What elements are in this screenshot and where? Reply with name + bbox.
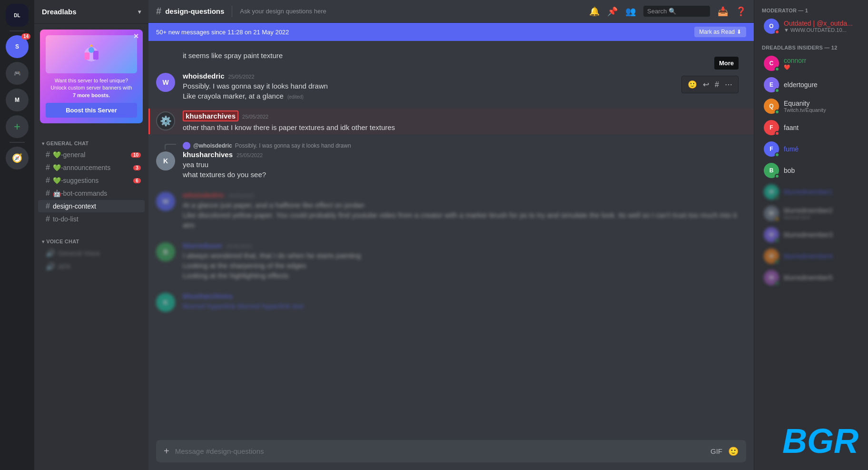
channel-general[interactable]: # 💚-general 10 <box>38 149 145 161</box>
reply-author: @whoisdedric <box>193 142 232 149</box>
member-fume[interactable]: F fumé <box>758 139 864 160</box>
member-outdated[interactable]: O Outdated | @x_outda... ▼ WWW.OUTDATED.… <box>758 16 864 37</box>
member-status <box>775 238 779 243</box>
help-icon[interactable]: ❓ <box>736 6 746 17</box>
member-status <box>775 174 779 179</box>
message-content: blurreduser 25/05/2022 I always wondered… <box>183 241 746 280</box>
more-tooltip: More <box>714 57 739 70</box>
member-blurred-3[interactable]: M blurredmember3 <box>758 224 864 245</box>
avatar-reply-container: K <box>156 142 175 180</box>
channel-name: General Voice <box>58 250 141 257</box>
server-icon-4[interactable]: M <box>6 89 29 111</box>
message-avatar: W <box>156 192 175 211</box>
channel-voice-1[interactable]: 🔊 General Voice <box>38 247 145 260</box>
server-sidebar: DL 14 S 🎮 M + 🧭 <box>0 0 34 470</box>
member-status <box>775 131 779 136</box>
member-name: eldertogure <box>784 81 818 89</box>
channel-bot-commands[interactable]: # 🤖-bot-commands <box>38 187 145 200</box>
channel-design-questions[interactable]: # design-context <box>38 200 145 212</box>
more-icon[interactable]: ⋯ <box>723 78 734 91</box>
member-name: Outdated | @x_outda... <box>784 20 853 27</box>
member-equanity[interactable]: Q Equanity Twitch.tv/Equanity <box>758 96 864 117</box>
message-timestamp: 25/05/2022 <box>226 243 252 249</box>
message-header: whoisdedric 25/05/2022 <box>183 191 746 199</box>
new-messages-text: 50+ new messages since 11:28 on 21 May 2… <box>156 29 289 36</box>
message-text: blurred hyperlink blurred hyperlink text <box>183 301 746 311</box>
member-info: fumé <box>784 145 799 153</box>
explore-button[interactable]: 🧭 <box>6 147 29 170</box>
server-name: Dreadlabs <box>42 8 77 16</box>
hash-icon: # <box>46 202 50 210</box>
member-info: blurredmember2 blurred text <box>784 207 833 220</box>
header-icons: 🔔 📌 👥 Search 🔍 📥 ❓ <box>589 6 746 17</box>
mark-as-read-button[interactable]: Mark as Read ⬇ <box>694 27 746 37</box>
member-info: bob <box>784 167 795 174</box>
add-reaction-icon[interactable]: 🙂 <box>686 78 699 91</box>
message-avatar: K <box>156 151 175 170</box>
message-actions: 🙂 ↩ # ⋯ <box>681 76 739 93</box>
channel-announcements[interactable]: # 💚-announcements 3 <box>38 161 145 174</box>
category-voice[interactable]: ▾ VOICE CHAT <box>34 231 148 246</box>
message-author-highlighted: khusharchives <box>183 110 238 121</box>
member-blurred-1[interactable]: M blurredmember1 <box>758 181 864 202</box>
server-badge: 14 <box>21 33 30 40</box>
member-blurred-4[interactable]: M blurredmember4 <box>758 246 864 267</box>
reply-icon[interactable]: ↩ <box>701 78 711 91</box>
member-bob[interactable]: B bob <box>758 160 864 181</box>
server-icon-dreadlabs[interactable]: DL <box>6 4 29 27</box>
server-icon-2[interactable]: 14 S <box>6 35 29 58</box>
message-header: blurreduser 25/05/2022 <box>183 241 746 250</box>
gif-icon[interactable]: GIF <box>710 447 722 455</box>
category-label: GENERAL CHAT <box>46 140 89 146</box>
message-text-2: Looking at the sharpening of the edges <box>183 260 746 270</box>
chat-input[interactable]: + Message #design-questions GIF 🙂 <box>156 440 746 462</box>
bell-icon[interactable]: 🔔 <box>589 6 600 17</box>
server-divider <box>10 30 25 31</box>
channel-voice-2[interactable]: 🔊 AFK <box>38 260 145 273</box>
member-avatar: F <box>764 120 779 135</box>
inbox-icon[interactable]: 📥 <box>718 6 728 17</box>
member-info: eldertogure <box>784 81 818 89</box>
add-server-button[interactable]: + <box>6 115 29 138</box>
member-blurred-5[interactable]: M blurredmember5 <box>758 267 864 288</box>
member-status <box>775 110 779 114</box>
thread-icon[interactable]: # <box>713 79 721 91</box>
right-sidebar: MODERATOR — 1 O Outdated | @x_outda... ▼… <box>754 0 868 470</box>
message-text: Possibly. I was gonna say it looks hand … <box>183 81 739 91</box>
reply-line-container <box>156 142 175 150</box>
member-blurred-2[interactable]: M blurredmember2 blurred text <box>758 203 864 224</box>
insiders-section-header: DREADLABS INSIDERS — 12 <box>754 37 868 52</box>
search-bar[interactable]: Search 🔍 <box>643 6 710 17</box>
hash-icon: 🔊 <box>46 262 55 271</box>
member-eldertogure[interactable]: E eldertogure <box>758 74 864 95</box>
message-text-2: Like crayola marker, at a glance (edited… <box>183 91 739 101</box>
member-avatar: M <box>764 249 779 264</box>
main-content: # design-questions Ask your design quest… <box>148 0 754 470</box>
message-text-2: what textures do you see? <box>183 170 746 180</box>
hash-icon: # <box>46 150 50 159</box>
member-faant[interactable]: F faant <box>758 117 864 138</box>
message-text-2: Like discolored yellow paper. You could … <box>183 210 746 230</box>
channel-header-name: design-questions <box>165 7 224 15</box>
category-general-chat[interactable]: ▾ GENERAL CHAT <box>34 133 148 148</box>
close-boost-banner[interactable]: ✕ <box>133 32 139 40</box>
member-connorr[interactable]: C connorr ❤️ <box>758 53 864 74</box>
channels-list: ▾ GENERAL CHAT # 💚-general 10 # 💚-announ… <box>34 129 148 470</box>
channel-suggestions[interactable]: # 💚-suggestions 6 <box>38 174 145 187</box>
member-sub-text: Twitch.tv/Equanity <box>784 107 826 113</box>
server-header[interactable]: Dreadlabs ▾ <box>34 0 148 24</box>
server-icon-3[interactable]: 🎮 <box>6 62 29 85</box>
message-group-blurred3: K khusharchives blurred hyperlink blurre… <box>148 290 754 314</box>
boost-server-button[interactable]: Boost this Server <box>46 103 137 118</box>
add-file-icon[interactable]: + <box>164 446 169 457</box>
message-group-whoisdedric: W whoisdedric 25/05/2022 Possibly. I was… <box>148 70 754 105</box>
edited-tag: (edited) <box>287 94 304 100</box>
member-info: connorr ❤️ <box>784 57 806 70</box>
pin-icon[interactable]: 📌 <box>607 6 618 17</box>
members-icon[interactable]: 👥 <box>625 6 636 17</box>
emoji-icon[interactable]: 🙂 <box>728 446 739 457</box>
message-avatar: B <box>156 242 175 261</box>
channel-todo[interactable]: # to-do-list <box>38 213 145 225</box>
category-arrow: ▾ <box>42 141 44 146</box>
member-avatar: E <box>764 77 779 92</box>
